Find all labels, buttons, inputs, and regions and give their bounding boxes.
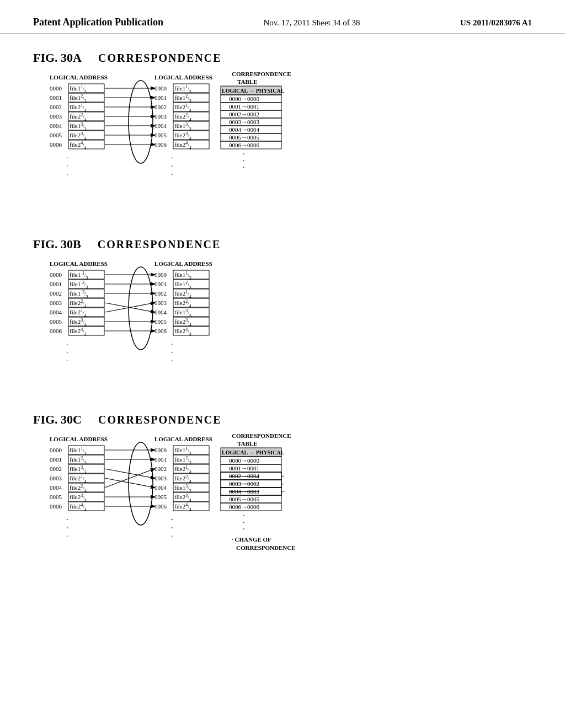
svg-text:·: · bbox=[171, 162, 173, 170]
svg-text:←: ← bbox=[280, 480, 286, 487]
svg-text:0006: 0006 bbox=[50, 503, 62, 510]
svg-text:CORRESPONDENCE: CORRESPONDENCE bbox=[232, 432, 291, 439]
svg-text:·: · bbox=[66, 154, 68, 162]
svg-text:0002: 0002 bbox=[154, 465, 167, 472]
svg-line-164 bbox=[105, 469, 154, 488]
svg-text:0003: 0003 bbox=[50, 113, 62, 120]
svg-text:CORRESPONDENCE: CORRESPONDENCE bbox=[232, 71, 291, 77]
svg-text:0006→0006: 0006→0006 bbox=[229, 142, 260, 148]
svg-text:0004→0003: 0004→0003 bbox=[229, 488, 260, 495]
page: Patent Application Publication Nov. 17, … bbox=[0, 0, 565, 728]
fig30b-label: FIG. 30B bbox=[33, 237, 81, 251]
svg-text:0003→0003: 0003→0003 bbox=[229, 119, 260, 125]
svg-text:0006: 0006 bbox=[154, 328, 167, 334]
svg-text:·: · bbox=[171, 532, 173, 540]
svg-text:0000: 0000 bbox=[50, 85, 62, 92]
svg-text:·: · bbox=[66, 524, 68, 532]
svg-text:·: · bbox=[66, 516, 68, 524]
figure-30c: FIG. 30C CORRESPONDENCE LOGICAL ADDRESS … bbox=[33, 413, 532, 604]
svg-text:0005: 0005 bbox=[50, 494, 62, 500]
svg-text:·: · bbox=[66, 162, 68, 170]
svg-text:0003: 0003 bbox=[154, 475, 167, 481]
svg-text:0005→0005: 0005→0005 bbox=[229, 496, 260, 502]
svg-text:0003: 0003 bbox=[50, 299, 62, 306]
svg-text:0003: 0003 bbox=[154, 299, 167, 306]
svg-text:·: · bbox=[171, 357, 173, 365]
svg-text:0001: 0001 bbox=[154, 456, 167, 463]
svg-text:LOGICAL → PHYSICAL: LOGICAL → PHYSICAL bbox=[222, 88, 285, 94]
svg-text:0004: 0004 bbox=[154, 122, 167, 129]
svg-point-22 bbox=[129, 81, 153, 163]
svg-text:0004: 0004 bbox=[50, 484, 62, 491]
svg-text:·: · bbox=[66, 340, 68, 349]
svg-text:0004→0004: 0004→0004 bbox=[229, 126, 260, 133]
svg-text:·: · bbox=[171, 524, 173, 532]
fig30a-subtitle: CORRESPONDENCE bbox=[98, 52, 222, 65]
svg-point-159 bbox=[129, 442, 153, 525]
svg-text:TABLE: TABLE bbox=[237, 440, 257, 447]
publication-title: Patent Application Publication bbox=[33, 17, 163, 28]
figure-30a: FIG. 30A CORRESPONDENCE LOGICAL ADDRESS … bbox=[33, 51, 532, 221]
svg-text:·: · bbox=[66, 357, 68, 365]
svg-text:TABLE: TABLE bbox=[237, 78, 257, 85]
svg-text:0002: 0002 bbox=[154, 290, 167, 297]
svg-text:·: · bbox=[66, 170, 68, 179]
fig30a-title: FIG. 30A CORRESPONDENCE bbox=[33, 51, 532, 65]
svg-text:0001: 0001 bbox=[154, 281, 167, 287]
svg-text:0002→0004: 0002→0004 bbox=[229, 473, 260, 479]
svg-text:0002→0002: 0002→0002 bbox=[229, 111, 259, 117]
figure-30b: FIG. 30B CORRESPONDENCE LOGICAL ADDRESS … bbox=[33, 237, 532, 396]
svg-text:0000: 0000 bbox=[154, 85, 167, 92]
svg-text:· CHANGE OF: · CHANGE OF bbox=[232, 536, 271, 543]
svg-text:0002: 0002 bbox=[50, 104, 62, 110]
svg-text:·: · bbox=[171, 516, 173, 524]
svg-text:0005: 0005 bbox=[50, 318, 62, 325]
svg-text:0005: 0005 bbox=[154, 494, 167, 500]
svg-text:·: · bbox=[171, 349, 173, 357]
fig30c-subtitle: CORRESPONDENCE bbox=[98, 414, 222, 426]
svg-text:·: · bbox=[66, 349, 68, 357]
fig30b-subtitle: CORRESPONDENCE bbox=[98, 238, 221, 251]
svg-text:0000: 0000 bbox=[50, 447, 62, 453]
fig30a-diagram: LOGICAL ADDRESS 0000 file11/3 0001 file1… bbox=[33, 69, 519, 218]
svg-text:LOGICAL ADDRESS: LOGICAL ADDRESS bbox=[154, 260, 212, 267]
svg-text:0005: 0005 bbox=[50, 132, 62, 138]
svg-text:0002: 0002 bbox=[50, 465, 62, 472]
svg-text:0000: 0000 bbox=[154, 271, 167, 278]
svg-text:0000→0000: 0000→0000 bbox=[229, 457, 260, 464]
fig30c-diagram: LOGICAL ADDRESS 0000 file11/3 0001 file1… bbox=[33, 431, 519, 602]
fig30b-title: FIG. 30B CORRESPONDENCE bbox=[33, 237, 532, 251]
publication-date-sheet: Nov. 17, 2011 Sheet 34 of 38 bbox=[263, 18, 360, 28]
svg-text:·: · bbox=[171, 154, 173, 162]
svg-text:0004: 0004 bbox=[50, 309, 62, 315]
svg-text:0001: 0001 bbox=[154, 94, 167, 101]
fig30b-diagram: LOGICAL ADDRESS 0000 file1 1/3 0001 file… bbox=[33, 256, 419, 394]
svg-text:0006: 0006 bbox=[154, 503, 167, 510]
svg-text:LOGICAL ADDRESS: LOGICAL ADDRESS bbox=[50, 436, 108, 442]
svg-text:0002: 0002 bbox=[154, 104, 167, 110]
svg-text:0006: 0006 bbox=[154, 141, 167, 148]
svg-text:0000: 0000 bbox=[154, 447, 167, 453]
svg-text:0000→0000: 0000→0000 bbox=[229, 95, 260, 102]
fig30c-label: FIG. 30C bbox=[33, 413, 82, 427]
publication-number: US 2011/0283076 A1 bbox=[460, 18, 532, 28]
svg-text:0001: 0001 bbox=[50, 281, 62, 287]
svg-text:←: ← bbox=[280, 488, 286, 495]
svg-text:0001→0001: 0001→0001 bbox=[229, 103, 259, 110]
svg-text:0002: 0002 bbox=[50, 290, 62, 297]
main-content: FIG. 30A CORRESPONDENCE LOGICAL ADDRESS … bbox=[0, 45, 565, 638]
svg-text:·: · bbox=[243, 525, 245, 533]
svg-text:0001→0001: 0001→0001 bbox=[229, 465, 259, 472]
svg-text:0004: 0004 bbox=[50, 122, 62, 129]
svg-text:0001: 0001 bbox=[50, 94, 62, 101]
svg-text:0005: 0005 bbox=[154, 318, 167, 325]
svg-text:0003: 0003 bbox=[50, 475, 62, 481]
svg-text:0006: 0006 bbox=[50, 328, 62, 334]
svg-text:LOGICAL ADDRESS: LOGICAL ADDRESS bbox=[154, 74, 212, 81]
svg-text:0005→0005: 0005→0005 bbox=[229, 134, 260, 141]
svg-line-162 bbox=[105, 469, 154, 478]
svg-line-163 bbox=[105, 478, 154, 488]
svg-text:·: · bbox=[171, 170, 173, 179]
svg-point-101 bbox=[129, 267, 153, 350]
svg-text:←: ← bbox=[280, 473, 286, 479]
